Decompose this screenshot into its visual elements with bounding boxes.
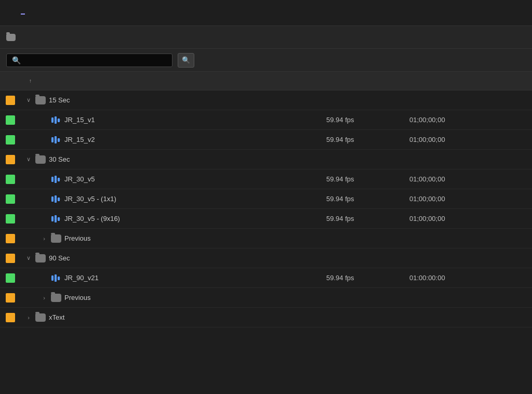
- svg-rect-2: [58, 119, 60, 122]
- find-icon: 🔍: [182, 56, 190, 64]
- row-label: Previous: [64, 234, 91, 242]
- project-header: [0, 26, 532, 49]
- svg-rect-22: [58, 277, 60, 280]
- expand-arrow-icon[interactable]: ∨: [25, 255, 32, 261]
- top-nav: [0, 0, 532, 26]
- table-row[interactable]: ›xText: [0, 308, 532, 327]
- folder-icon: [35, 313, 46, 322]
- row-mediastart: 01;00;00;00: [405, 136, 488, 143]
- folder-icon: [51, 294, 61, 302]
- svg-rect-14: [58, 198, 60, 201]
- expand-arrow-icon[interactable]: ›: [25, 314, 32, 321]
- table-row[interactable]: ›Previous: [0, 229, 532, 248]
- row-label: Previous: [64, 294, 91, 301]
- sequence-icon: [51, 175, 61, 183]
- search-icon: 🔍: [12, 56, 21, 64]
- color-badge: [6, 175, 15, 184]
- expand-arrow-icon[interactable]: ∨: [25, 97, 32, 103]
- table-row[interactable]: JR_30_v5 - (1x1)59.94 fps01;00;00;00: [0, 189, 532, 209]
- table-row[interactable]: ∨90 Sec: [0, 248, 532, 268]
- color-badge: [6, 194, 15, 204]
- table-row[interactable]: ∨15 Sec: [0, 90, 532, 110]
- color-badge: [6, 273, 15, 283]
- row-mediastart: 01:00:00:00: [405, 274, 488, 282]
- sequence-icon: [51, 274, 61, 282]
- color-badge: [6, 115, 15, 125]
- table-row[interactable]: JR_90_v2159.94 fps01:00:00:00: [0, 268, 532, 288]
- row-mediastart: 01;00;00;00: [405, 175, 488, 183]
- col-header-name[interactable]: ↑: [23, 78, 324, 84]
- row-framerate: 59.94 fps: [322, 116, 405, 124]
- color-badge: [6, 313, 15, 322]
- color-badge: [6, 293, 15, 303]
- sequence-icon: [51, 195, 61, 203]
- row-label: JR_30_v5 - (1x1): [64, 195, 116, 203]
- expand-arrow-icon[interactable]: ∨: [25, 156, 32, 163]
- row-label: JR_90_v21: [64, 274, 99, 282]
- row-framerate: 59.94 fps: [322, 175, 405, 183]
- row-label: 90 Sec: [49, 254, 70, 262]
- svg-rect-18: [58, 217, 60, 221]
- search-input-wrap[interactable]: 🔍: [6, 54, 172, 67]
- color-badge: [6, 96, 15, 105]
- expand-arrow-icon[interactable]: ›: [41, 235, 48, 242]
- table-row[interactable]: JR_30_v559.94 fps01;00;00;00: [0, 169, 532, 189]
- color-badge: [6, 214, 15, 224]
- project-tab[interactable]: [21, 11, 25, 15]
- row-framerate: 59.94 fps: [322, 195, 405, 203]
- sequence-icon: [51, 136, 61, 144]
- row-label: JR_30_v5: [64, 175, 95, 183]
- sequence-icon: [51, 215, 61, 223]
- color-badge: [6, 234, 15, 243]
- row-framerate: 59.94 fps: [322, 136, 405, 143]
- color-badge: [6, 254, 15, 263]
- folder-icon: [35, 155, 46, 164]
- row-framerate: 59.94 fps: [322, 274, 405, 282]
- color-badge: [6, 135, 15, 145]
- table-row[interactable]: JR_15_v259.94 fps01;00;00;00: [0, 130, 532, 150]
- svg-rect-6: [58, 138, 60, 142]
- table-header: ↑: [0, 72, 532, 90]
- row-label: JR_15_v1: [64, 116, 95, 124]
- svg-rect-10: [58, 178, 60, 181]
- folder-icon: [35, 254, 46, 262]
- row-framerate: 59.94 fps: [322, 215, 405, 222]
- table-row[interactable]: JR_15_v159.94 fps01;00;00;00: [0, 110, 532, 130]
- sequence-icon: [51, 116, 61, 124]
- search-input[interactable]: [25, 56, 167, 64]
- row-label: 30 Sec: [49, 155, 70, 163]
- row-mediastart: 01;00;00;00: [405, 116, 488, 124]
- folder-icon: [51, 234, 61, 243]
- row-label: JR_30_v5 - (9x16): [64, 215, 120, 222]
- color-badge: [6, 155, 15, 164]
- sort-arrow-icon: ↑: [29, 78, 32, 84]
- search-row: 🔍 🔍: [0, 49, 532, 72]
- row-label: 15 Sec: [49, 96, 70, 104]
- row-mediastart: 01;00;00;00: [405, 215, 488, 222]
- folder-icon: [35, 96, 46, 104]
- find-button[interactable]: 🔍: [178, 53, 194, 68]
- table-row[interactable]: ∨30 Sec: [0, 150, 532, 169]
- table-body: ∨15 Sec JR_15_v159.94 fps01;00;00;00 JR_…: [0, 90, 532, 394]
- table-row[interactable]: JR_30_v5 - (9x16)59.94 fps01;00;00;00: [0, 209, 532, 229]
- table-row[interactable]: ›Previous: [0, 288, 532, 308]
- row-mediastart: 01;00;00;00: [405, 195, 488, 203]
- row-label: xText: [49, 313, 64, 321]
- project-folder-icon: [6, 34, 16, 41]
- expand-arrow-icon[interactable]: ›: [41, 295, 48, 301]
- row-label: JR_15_v2: [64, 136, 95, 143]
